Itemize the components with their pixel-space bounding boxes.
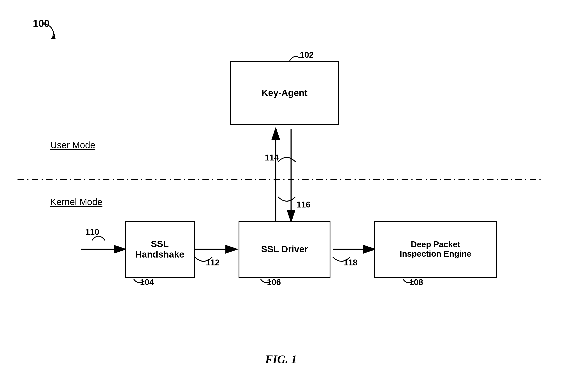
ref104-arc xyxy=(131,277,149,288)
ref102-arc xyxy=(287,51,309,65)
ssl-handshake-box: SSL Handshake xyxy=(125,221,195,278)
ssl-driver-box: SSL Driver xyxy=(239,221,330,278)
ref106-arc xyxy=(258,277,276,288)
key-agent-box: Key-Agent xyxy=(230,61,339,125)
ref118: 118 xyxy=(344,258,357,267)
ref100-arrow xyxy=(38,22,60,44)
ref116: 116 xyxy=(296,200,310,209)
arrows-svg xyxy=(0,0,562,392)
ref110: 110 xyxy=(85,227,99,237)
user-mode-label: User Mode xyxy=(50,140,95,150)
deep-packet-box: Deep Packet Inspection Engine xyxy=(374,221,497,278)
diagram-container: 100 User Mode Kernel Mode Key-Agent 102 … xyxy=(0,0,562,392)
ref114: 114 xyxy=(265,153,279,162)
ref112: 112 xyxy=(206,258,220,267)
ref108-arc xyxy=(400,277,418,288)
kernel-mode-label: Kernel Mode xyxy=(50,197,102,207)
figure-label: FIG. 1 xyxy=(265,353,297,366)
